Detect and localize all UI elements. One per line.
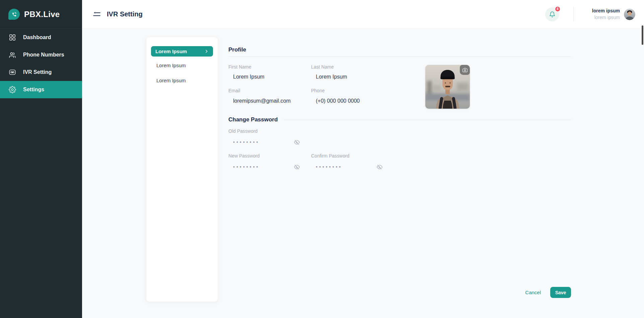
- sidebar-item-label: IVR Setting: [23, 69, 52, 75]
- first-name-field[interactable]: Lorem Ipsum: [228, 74, 311, 80]
- app-root: PBX.Live Dashboard: [0, 0, 644, 318]
- old-password-masked-value: ••••••••: [228, 139, 260, 145]
- sidebar-nav: Dashboard Phone Numbers: [0, 29, 82, 98]
- avatar[interactable]: [624, 9, 635, 20]
- profile-photo: [425, 65, 470, 109]
- confirm-password-masked-value: ••••••••: [311, 164, 342, 170]
- subnav-item[interactable]: Lorem Ipsum: [146, 74, 218, 87]
- form-actions: Cancel Save: [525, 287, 571, 298]
- new-password-label: New Password: [228, 153, 311, 158]
- new-password-labels-row: New Password Confirm Password: [228, 153, 571, 158]
- subnav-item[interactable]: Lorem Ipsum: [146, 59, 218, 72]
- sidebar-item-phone-numbers[interactable]: Phone Numbers: [0, 46, 82, 64]
- user-menu[interactable]: lorem ipsum lorem ipsum: [592, 8, 620, 20]
- eye-off-icon[interactable]: [377, 164, 382, 170]
- notification-count-badge: 4: [555, 6, 561, 12]
- page-title: IVR Setting: [107, 10, 143, 18]
- confirm-password-label: Confirm Password: [311, 153, 571, 158]
- topbar-right: 4 lorem ipsum lorem ipsum: [545, 7, 635, 22]
- old-password-label: Old Password: [228, 128, 571, 134]
- change-password-heading: Change Password: [228, 116, 278, 123]
- topbar-divider: [573, 7, 574, 22]
- sidebar: PBX.Live Dashboard: [0, 0, 82, 318]
- first-name-label: First Name: [228, 64, 311, 70]
- confirm-password-input[interactable]: ••••••••: [311, 164, 394, 171]
- section-divider: [228, 57, 571, 57]
- email-label: Email: [228, 88, 311, 93]
- camera-icon: [462, 68, 468, 73]
- phone-icon: [8, 9, 20, 20]
- notifications-button[interactable]: 4: [545, 7, 559, 21]
- chevron-right-icon: [204, 49, 209, 54]
- name-values-row: Lorem Ipsum Lorem Ipsum: [228, 74, 571, 80]
- new-password-masked-value: ••••••••: [228, 164, 260, 170]
- sidebar-item-settings[interactable]: Settings: [0, 81, 82, 98]
- gear-icon: [9, 86, 16, 93]
- email-field[interactable]: loremipsum@gmail.com: [228, 98, 311, 104]
- sidebar-item-label: Dashboard: [23, 34, 51, 40]
- section-divider: [284, 120, 571, 120]
- users-icon: [9, 51, 16, 59]
- new-password-input[interactable]: ••••••••: [228, 164, 311, 171]
- change-password-heading-row: Change Password: [228, 116, 571, 123]
- sidebar-item-ivr-setting[interactable]: IVR Setting: [0, 64, 82, 81]
- subnav-item-active[interactable]: Lorem Ipsum: [151, 46, 213, 57]
- old-password-input[interactable]: ••••••••: [228, 139, 311, 146]
- bell-icon: [549, 11, 556, 18]
- eye-off-icon[interactable]: [294, 139, 300, 145]
- content-area: Lorem Ipsum Lorem Ipsum Lorem Ipsum Prof…: [82, 29, 644, 318]
- dashboard-icon: [9, 34, 16, 41]
- voicemail-icon: [9, 69, 16, 76]
- contact-values-row: loremipsum@gmail.com (+0) 000 000 0000: [228, 98, 571, 104]
- sidebar-item-label: Settings: [23, 87, 44, 93]
- name-labels-row: First Name Last Name: [228, 64, 571, 70]
- app-name: PBX.Live: [24, 10, 60, 19]
- profile-form: Profile First Name Last Name Lorem Ipsum…: [228, 37, 571, 171]
- cancel-button[interactable]: Cancel: [525, 290, 541, 295]
- profile-section-heading: Profile: [228, 46, 571, 53]
- sidebar-item-dashboard[interactable]: Dashboard: [0, 29, 82, 46]
- eye-off-icon[interactable]: [294, 164, 300, 170]
- new-password-fields-row: •••••••• ••••••••: [228, 158, 571, 171]
- topbar: IVR Setting 4 lorem ipsum lorem ipsum: [82, 0, 644, 29]
- user-name: lorem ipsum: [592, 8, 620, 14]
- sidebar-item-label: Phone Numbers: [23, 52, 64, 58]
- scrollbar-thumb[interactable]: [642, 25, 643, 45]
- save-button[interactable]: Save: [550, 287, 571, 298]
- contact-labels-row: Email Phone: [228, 88, 571, 93]
- collapse-menu-icon[interactable]: [92, 10, 101, 19]
- change-photo-button[interactable]: [460, 65, 470, 75]
- settings-subnav-card: Lorem Ipsum Lorem Ipsum Lorem Ipsum: [146, 37, 218, 302]
- main-column: IVR Setting 4 lorem ipsum lorem ipsum: [82, 0, 644, 318]
- subnav-item-label: Lorem Ipsum: [155, 48, 187, 54]
- user-subtitle: lorem ipsum: [592, 15, 620, 21]
- app-logo: PBX.Live: [0, 0, 82, 29]
